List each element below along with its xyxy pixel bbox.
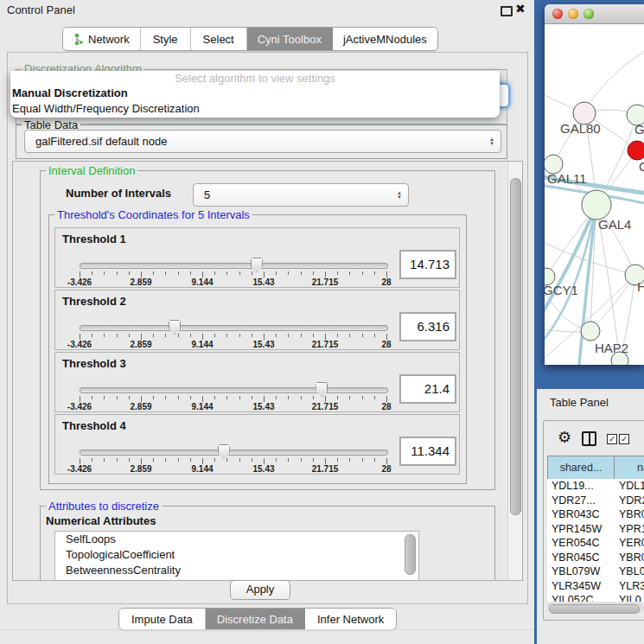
table-row[interactable]: YDL19...YDL1 <box>547 479 644 494</box>
attribute-list-item[interactable]: SelfLoops <box>55 532 418 547</box>
checkbox-icon[interactable]: ✓ <box>607 434 617 444</box>
slider-track[interactable] <box>80 450 388 456</box>
slider-tick <box>165 334 166 337</box>
cell-name[interactable]: YBR0 <box>619 551 644 565</box>
slider-tick <box>276 271 277 275</box>
cell-name[interactable]: YBL0 <box>619 564 644 579</box>
tab-discretize-data[interactable]: Discretize Data <box>206 609 305 629</box>
slider-tick-labels: -3.4262.8599.14415.4321.71528 <box>80 464 386 474</box>
cell-shared-name[interactable]: YDL19... <box>547 479 619 494</box>
dropdown-option-manual-discretization[interactable]: Manual Discretization <box>10 86 500 101</box>
threshold-label: Threshold 4 <box>62 419 126 432</box>
close-traffic-light-icon[interactable] <box>552 9 563 19</box>
cell-shared-name[interactable]: YPR145W <box>547 522 619 537</box>
table-row[interactable]: YLR345WYLR3 <box>547 579 644 594</box>
table-hscrollbar-track[interactable] <box>547 603 644 613</box>
settings-scrollbar-track[interactable] <box>507 162 523 580</box>
tab-cyni-toolbox[interactable]: Cyni Toolbox <box>247 28 333 50</box>
float-window-icon[interactable] <box>501 6 513 16</box>
table-hscrollbar-thumb[interactable] <box>549 604 640 614</box>
slider-thumb[interactable] <box>251 258 263 272</box>
table-row[interactable]: YDR27...YDR2 <box>547 494 644 508</box>
cell-name[interactable]: YER0 <box>619 536 644 551</box>
table-row[interactable]: YER054CYER0 <box>547 536 644 551</box>
numerical-attributes-list[interactable]: SelfLoopsTopologicalCoefficientBetweenne… <box>54 531 419 581</box>
column-header-shared-name[interactable]: shared... <box>547 456 615 480</box>
cell-name[interactable]: YDR2 <box>619 494 644 508</box>
table-row[interactable]: YBR045CYBR0 <box>547 551 644 565</box>
slider-tick-label: 9.144 <box>191 402 213 411</box>
settings-scrollbar-thumb[interactable] <box>510 178 521 515</box>
attribute-list-item[interactable]: TopologicalCoefficient <box>55 547 418 563</box>
tab-select[interactable]: Select <box>191 28 247 50</box>
slider-tick <box>386 458 387 464</box>
split-columns-icon[interactable] <box>582 431 596 446</box>
table-row[interactable]: YBR043CYBR0 <box>547 507 644 522</box>
tab-infer-network[interactable]: Infer Network <box>305 609 396 629</box>
slider-tick <box>313 458 314 462</box>
slider-tick <box>80 271 80 277</box>
dropdown-placeholder-option[interactable]: Select algorithm to view settings <box>10 71 500 86</box>
node-label-partial-h: H <box>637 279 644 294</box>
gear-icon[interactable]: ⚙ <box>558 428 571 447</box>
network-window-titlebar[interactable] <box>545 4 644 24</box>
slider-track[interactable] <box>80 325 388 331</box>
number-of-intervals-value: 5 <box>194 188 397 201</box>
table-row[interactable]: YBL079WYBL0 <box>547 564 644 579</box>
cell-shared-name[interactable]: YBR043C <box>547 507 619 522</box>
tab-impute-data-label: Impute Data <box>131 613 193 626</box>
tab-network[interactable]: Network <box>63 28 141 50</box>
slider-tick <box>288 396 289 399</box>
table-data-combobox[interactable]: galFiltered.sif default node ▲▼ <box>24 130 501 153</box>
checkbox-icon[interactable]: ✓ <box>619 434 629 444</box>
slider-tick <box>386 334 387 340</box>
tab-jactivemnodules[interactable]: jActiveMNodules <box>333 28 437 50</box>
node-selected-red[interactable] <box>628 141 644 160</box>
cell-name[interactable]: YPR1 <box>619 522 644 537</box>
column-header-name[interactable]: na <box>614 456 644 480</box>
cell-shared-name[interactable]: YIL052C <box>547 593 619 602</box>
slider-thumb[interactable] <box>316 382 328 397</box>
close-icon[interactable]: ✖ <box>515 2 526 16</box>
node-hap2[interactable] <box>581 322 600 341</box>
cell-name[interactable]: YDL1 <box>619 479 644 494</box>
slider-tick <box>337 458 338 462</box>
slider-track[interactable] <box>80 387 388 393</box>
slider-tick <box>129 458 130 462</box>
cell-name[interactable]: YIL0 <box>619 593 644 602</box>
threshold-value-field[interactable]: 11.344 <box>399 437 456 466</box>
table-row[interactable]: YPR145WYPR1 <box>547 522 644 537</box>
number-of-intervals-combobox[interactable]: 5 ▲▼ <box>193 183 409 207</box>
slider-tick-label: 28 <box>381 402 391 411</box>
cell-shared-name[interactable]: YLR345W <box>547 579 619 594</box>
tab-style[interactable]: Style <box>141 28 191 50</box>
cell-name[interactable]: YBR0 <box>619 507 644 522</box>
node-gal4[interactable] <box>582 190 611 220</box>
slider-tick <box>92 271 92 275</box>
slider-track[interactable] <box>80 263 388 269</box>
threshold-value-field[interactable]: 14.713 <box>399 250 456 279</box>
list-scrollbar[interactable] <box>405 534 416 575</box>
attribute-list-item[interactable]: BetweennessCentrality <box>55 563 418 578</box>
cell-shared-name[interactable]: YBR045C <box>547 551 619 565</box>
cell-shared-name[interactable]: YBL079W <box>547 564 619 579</box>
cell-shared-name[interactable]: YER054C <box>547 536 619 551</box>
minimize-traffic-light-icon[interactable] <box>568 9 578 19</box>
threshold-value-field[interactable]: 21.4 <box>399 374 456 404</box>
threshold-2-box: Threshold 2-3.4262.8599.14415.4321.71528… <box>54 290 460 350</box>
table-row[interactable]: YIL052CYIL0 <box>547 593 644 602</box>
cell-shared-name[interactable]: YDR27... <box>547 494 619 508</box>
zoom-traffic-light-icon[interactable] <box>583 9 594 19</box>
slider-tick-label: 28 <box>381 340 391 349</box>
cell-name[interactable]: YLR3 <box>619 579 644 594</box>
slider-thumb[interactable] <box>169 320 181 335</box>
slider-tick <box>288 334 289 337</box>
slider-tick-label: 2.859 <box>130 277 151 287</box>
dropdown-option-equal-width[interactable]: Equal Width/Frequency Discretization <box>10 101 500 117</box>
slider-thumb[interactable] <box>218 444 230 459</box>
tab-impute-data[interactable]: Impute Data <box>119 609 206 629</box>
apply-button[interactable]: Apply <box>230 580 290 600</box>
network-canvas[interactable]: GAL80 GA C GAL11 GAL4 GCY1 H HAP2 <box>545 24 644 365</box>
threshold-value-field[interactable]: 6.316 <box>399 312 456 341</box>
slider-tick-label: 28 <box>381 464 391 474</box>
